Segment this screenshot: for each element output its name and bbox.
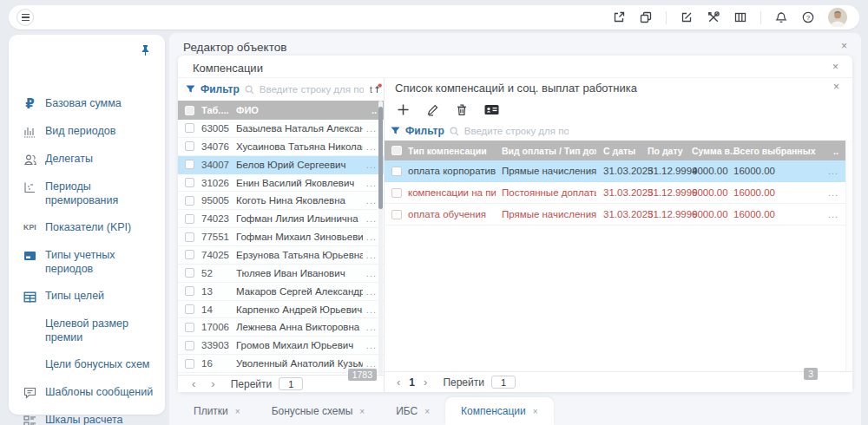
next-page-icon[interactable]: › — [420, 376, 431, 389]
employee-row[interactable]: 34076Хусаинова Татьяна Николаевна... — [178, 138, 384, 156]
close-icon[interactable]: × — [833, 82, 839, 92]
payment-row[interactable]: оплата обучения Прямые начисления 31.03.… — [385, 204, 845, 226]
employee-row[interactable]: 52Тюляев Иван Иванович... — [178, 265, 384, 283]
row-actions[interactable]: ... — [366, 195, 377, 206]
help-icon[interactable]: ? — [801, 10, 815, 24]
row-checkbox[interactable] — [185, 323, 194, 332]
filter-button[interactable]: Фильтр — [201, 83, 240, 95]
row-actions[interactable]: ... — [366, 213, 377, 224]
sidebar-item-bonus-goals[interactable]: Цели бонусных схем — [9, 351, 165, 379]
row-checkbox[interactable] — [185, 123, 194, 133]
scrollbar-track[interactable] — [845, 141, 852, 371]
row-actions[interactable]: ... — [828, 166, 838, 176]
prev-page-icon[interactable]: ‹ — [393, 376, 404, 389]
employee-row[interactable]: 13Макаров Сергей Александрович... — [178, 283, 384, 301]
filter-icon[interactable] — [391, 127, 400, 135]
bell-icon[interactable] — [774, 10, 788, 24]
sidebar-item-delegates[interactable]: Делегаты — [9, 146, 165, 173]
sidebar-item-goal-types[interactable]: Типы целей — [9, 283, 165, 311]
row-actions[interactable]: ... — [366, 304, 377, 315]
next-page-icon[interactable]: › — [207, 377, 218, 390]
column-header[interactable]: Тип компенсации — [408, 146, 496, 156]
tab-ibs[interactable]: ИБС × — [380, 397, 445, 425]
row-actions[interactable]: ... — [366, 268, 377, 278]
row-actions[interactable]: ... — [366, 286, 377, 297]
menu-icon[interactable] — [16, 9, 34, 26]
row-checkbox[interactable] — [185, 359, 194, 369]
edit-pencil-icon[interactable] — [426, 103, 439, 116]
employee-row[interactable]: 17006Лежнева Анна Викторовна... — [178, 318, 384, 337]
row-checkbox[interactable] — [185, 250, 194, 259]
search-input[interactable] — [464, 126, 569, 136]
row-checkbox[interactable] — [185, 178, 194, 187]
row-checkbox[interactable] — [391, 210, 402, 219]
sort-icon[interactable]: t — [369, 83, 382, 95]
column-header[interactable]: Сумма в... — [692, 146, 727, 156]
close-icon[interactable]: × — [235, 407, 240, 416]
prev-page-icon[interactable]: ‹ — [188, 377, 199, 390]
employee-row[interactable]: 63005Базылева Наталья Александровна... — [178, 120, 384, 138]
row-actions[interactable]: ... — [828, 187, 838, 198]
row-checkbox[interactable] — [391, 188, 402, 198]
column-header-more[interactable]: .. — [828, 146, 838, 156]
filter-icon[interactable] — [186, 85, 195, 94]
card-icon[interactable] — [484, 104, 499, 115]
sidebar-item-period-kind[interactable]: Вид периодов — [9, 118, 165, 146]
row-checkbox[interactable] — [391, 167, 402, 176]
avatar[interactable] — [828, 8, 847, 27]
page-input[interactable] — [279, 377, 303, 390]
search-input[interactable] — [260, 84, 364, 95]
sidebar-item-award-periods[interactable]: Периоды премирования — [9, 173, 165, 214]
sidebar-item-bonus-scales[interactable]: Шкалы расчета бонусов — [9, 407, 165, 425]
row-checkbox[interactable] — [185, 286, 194, 296]
row-actions[interactable]: ... — [366, 322, 377, 332]
payment-row-selected[interactable]: оплата корпоративных спор... Прямые начи… — [385, 160, 845, 182]
edit-icon[interactable] — [680, 10, 694, 24]
delete-trash-icon[interactable] — [456, 103, 468, 116]
sidebar-item-base-sum[interactable]: ₽ Базовая сумма — [9, 90, 165, 118]
employee-row[interactable]: 74025Ерзунова Татьяна Юрьевна... — [178, 246, 384, 265]
tab-bonus-schemes[interactable]: Бонусные схемы × — [256, 397, 381, 425]
tools-icon[interactable] — [707, 10, 720, 24]
row-actions[interactable]: ... — [366, 178, 377, 188]
row-actions[interactable]: ... — [366, 123, 377, 134]
row-checkbox[interactable] — [185, 341, 194, 350]
current-page[interactable]: 1 — [404, 376, 420, 389]
column-header[interactable]: Вид оплаты / Тип дохода — [502, 146, 596, 156]
column-header[interactable]: Всего выбранных — [733, 146, 828, 156]
tab-compensations[interactable]: Компенсации × — [445, 397, 554, 425]
select-all-checkbox[interactable] — [391, 146, 402, 155]
employee-row[interactable]: 77551Гофман Михаил Зиновьевич... — [178, 228, 384, 246]
tab-tiles[interactable]: Плитки × — [178, 397, 256, 425]
share-icon[interactable] — [612, 10, 626, 24]
employee-row[interactable]: 74023Гофман Лилия Ильинична... — [178, 210, 384, 228]
employee-row[interactable]: 14Карпенко Андрей Юрьевич... — [178, 301, 384, 319]
sidebar-item-account-periods[interactable]: Типы учетных периодов — [9, 242, 165, 283]
close-icon[interactable]: × — [424, 407, 430, 416]
row-actions[interactable]: ... — [366, 232, 377, 242]
scrollbar[interactable] — [378, 101, 383, 375]
column-header-more[interactable]: .. — [372, 105, 377, 115]
sidebar-item-kpi[interactable]: KPI Показатели (KPI) — [9, 214, 165, 242]
sidebar-item-target-premium[interactable]: Целевой размер премии — [9, 311, 165, 351]
pin-icon[interactable] — [140, 44, 151, 56]
page-input[interactable] — [491, 376, 516, 389]
scrollbar-thumb[interactable] — [378, 107, 383, 209]
columns-icon[interactable] — [733, 10, 747, 24]
column-header-id[interactable]: Таб.... — [201, 105, 236, 115]
payment-row[interactable]: компенсации на питание Постоянные доплат… — [385, 182, 845, 204]
row-checkbox[interactable] — [185, 196, 194, 206]
close-icon[interactable]: × — [533, 407, 538, 416]
row-actions[interactable]: ... — [366, 160, 377, 170]
windows-copy-icon[interactable] — [639, 10, 653, 24]
row-actions[interactable]: ... — [828, 209, 838, 219]
close-icon[interactable]: × — [841, 41, 847, 51]
employee-row-selected[interactable]: 34007Белов Юрий Сергеевич... — [178, 156, 384, 174]
select-all-checkbox[interactable] — [185, 106, 194, 115]
close-icon[interactable]: × — [832, 62, 838, 72]
close-icon[interactable]: × — [359, 407, 365, 416]
employee-row[interactable]: 31026Енин Василий Яковлевич... — [178, 174, 384, 193]
row-checkbox[interactable] — [185, 160, 194, 169]
row-actions[interactable]: ... — [366, 250, 377, 260]
row-actions[interactable]: ... — [366, 340, 377, 350]
